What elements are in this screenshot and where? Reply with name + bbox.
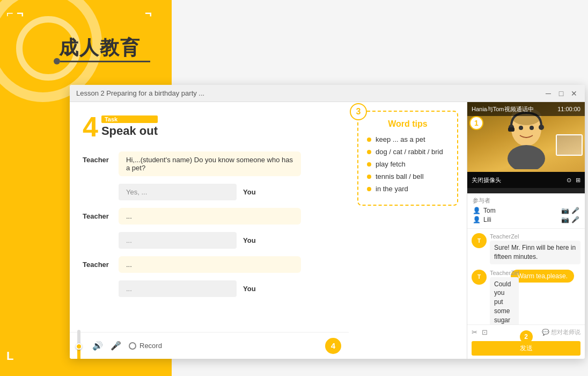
task-label-area: Task Speak out — [101, 115, 158, 138]
speaker-icon[interactable]: 🔊 — [92, 341, 103, 351]
main-window: Lesson 2 Preparing for a birthday party … — [70, 85, 585, 359]
tip-text-3: play fetch — [376, 160, 406, 168]
person-icon-tom: 👤 — [473, 207, 481, 214]
lili-controls: 📷 🎤 — [561, 216, 579, 223]
tom-mic-icon[interactable]: 🎤 — [571, 207, 579, 214]
teacher-speech-1: Hi,...(student's name) Do you know someo… — [119, 151, 301, 176]
title-bar: Lesson 2 Preparing for a birthday party … — [70, 85, 585, 102]
video-ctrl-2[interactable]: ⊞ — [576, 177, 580, 184]
dialogue-row-4: You ... You — [83, 232, 336, 249]
teacher-speech-3: ... — [119, 256, 301, 273]
you-input-1[interactable]: Yes, ... — [119, 184, 237, 200]
send-button[interactable]: 发送 — [472, 341, 580, 356]
mic-icon[interactable]: 🎤 — [111, 341, 121, 351]
bottom-controls: 🔊 🎤 Record 4 — [70, 332, 349, 359]
svg-point-7 — [530, 126, 534, 130]
lili-camera-icon[interactable]: 📷 — [561, 216, 569, 223]
corner-arrow-bl: L — [6, 349, 13, 363]
avatar-teacherzel-2: T — [472, 270, 487, 285]
left-panel: 4 Task Speak out Teacher Hi,...(student'… — [70, 102, 349, 359]
svg-rect-5 — [508, 127, 514, 132]
message-text-2: Could you put some sugar in it? Thank yo… — [490, 277, 519, 324]
comment-icon[interactable]: 💬 想对老师说 — [542, 328, 580, 336]
record-button[interactable]: Record — [129, 342, 162, 350]
tom-controls: 📷 🎤 — [561, 207, 579, 214]
tip-text-5: in the yard — [376, 185, 408, 193]
minimize-button[interactable]: ─ — [544, 89, 553, 98]
chat-bubble-1: TeacherZel Sure! Mr. Finn will be here i… — [490, 233, 580, 264]
scissors-icon[interactable]: ✂ — [472, 328, 477, 336]
volume-handle[interactable] — [76, 343, 82, 350]
you-input-2[interactable]: ... — [119, 232, 237, 249]
tip-dot-5 — [367, 187, 371, 191]
tip-text-1: keep ... as a pet — [376, 135, 425, 143]
window-title: Lesson 2 Preparing for a birthday party … — [76, 89, 204, 97]
corner-arrow-tl: ⌐ ¬ — [6, 6, 24, 20]
avatar-teacherzel-1: T — [472, 233, 487, 248]
dialogue-row-6: You ... You — [83, 280, 336, 297]
participant-name-lili: 👤 Lili — [473, 216, 491, 223]
right-panel: Hania与Tom视频通话中 11:00:00 1 — [467, 102, 585, 359]
svg-point-6 — [519, 126, 523, 130]
tip-text-2: dog / cat / rabbit / brid — [376, 148, 443, 156]
record-label: Record — [139, 342, 162, 350]
tip-item-3: play fetch — [367, 160, 449, 168]
sender-1: TeacherZel — [490, 233, 580, 240]
content-area: 4 Task Speak out Teacher Hi,...(student'… — [70, 102, 585, 359]
participant-row-tom: 👤 Tom 📷 🎤 — [473, 207, 579, 214]
svg-point-4 — [539, 125, 544, 130]
speaker-teacher-2: Teacher — [83, 208, 112, 220]
window-controls: ─ □ ✕ — [544, 89, 578, 98]
speaker-teacher-3: Teacher — [83, 256, 112, 269]
dialogue: Teacher Hi,...(student's name) Do you kn… — [83, 151, 336, 297]
word-tips-box: 3 Word tips keep ... as a pet dog / cat … — [357, 111, 458, 206]
video-header: Hania与Tom视频通话中 11:00:00 — [467, 102, 585, 116]
tip-dot-3 — [367, 162, 371, 167]
tip-item-2: dog / cat / rabbit / brid — [367, 148, 449, 156]
close-button[interactable]: ✕ — [570, 89, 578, 98]
maximize-button[interactable]: □ — [557, 89, 565, 98]
svg-point-2 — [508, 145, 545, 169]
close-camera-label[interactable]: 关闭摄像头 — [472, 176, 501, 184]
task-number: 4 — [83, 113, 98, 141]
you-label-2: You — [243, 232, 256, 244]
tip-item-1: keep ... as a pet — [367, 135, 449, 143]
participants-section: 参与者 👤 Tom 📷 🎤 👤 Lili — [467, 193, 585, 229]
you-input-3[interactable]: ... — [119, 280, 237, 297]
tip-dot-4 — [367, 175, 371, 179]
step-4-badge: 4 — [325, 338, 341, 354]
page-title: 成人教育 — [59, 35, 141, 61]
volume-fill — [77, 349, 80, 359]
tom-name: Tom — [483, 207, 496, 214]
tom-camera-icon[interactable]: 📷 — [561, 207, 569, 214]
record-circle-icon — [129, 342, 136, 350]
sender-2: TeacherZel — [490, 270, 519, 276]
tip-text-4: tennis ball / bell — [376, 172, 424, 180]
video-call-label: Hania与Tom视频通话中 — [472, 105, 534, 113]
tip-dot-1 — [367, 138, 371, 142]
dialogue-row-5: Teacher ... — [83, 256, 336, 273]
word-tips-panel: 3 Word tips keep ... as a pet dog / cat … — [349, 102, 467, 359]
video-ctrl-1[interactable]: ⊙ — [567, 177, 571, 184]
lili-mic-icon[interactable]: 🎤 — [571, 216, 579, 223]
video-area: Hania与Tom视频通话中 11:00:00 1 — [467, 102, 585, 193]
task-badge: Task — [101, 115, 158, 123]
chat-input-area: ✂ ⊡ 💬 想对老师说 2 发送 — [467, 324, 585, 359]
task-title: Speak out — [101, 124, 158, 138]
copy-icon[interactable]: ⊡ — [482, 328, 488, 336]
speaker-teacher-1: Teacher — [83, 151, 112, 164]
chat-area: T TeacherZel Sure! Mr. Finn will be here… — [467, 229, 585, 324]
chat-message-2: T TeacherZel Could you put some sugar in… — [472, 270, 511, 324]
video-bottom-bar: 关闭摄像头 ⊙ ⊞ — [467, 172, 585, 188]
message-text-1: Sure! Mr. Finn will be here in fifteen m… — [490, 241, 580, 264]
tip-dot-2 — [367, 150, 371, 154]
lili-name: Lili — [483, 216, 491, 223]
you-label-3: You — [243, 280, 256, 293]
dialogue-row-1: Teacher Hi,...(student's name) Do you kn… — [83, 151, 336, 176]
dialogue-row-3: Teacher ... — [83, 208, 336, 225]
volume-track[interactable] — [77, 330, 80, 359]
video-timer: 11:00:00 — [557, 106, 580, 112]
you-label-1: You — [243, 184, 256, 196]
word-tips-title: Word tips — [367, 119, 449, 129]
word-tips-number-badge: 3 — [350, 103, 367, 120]
